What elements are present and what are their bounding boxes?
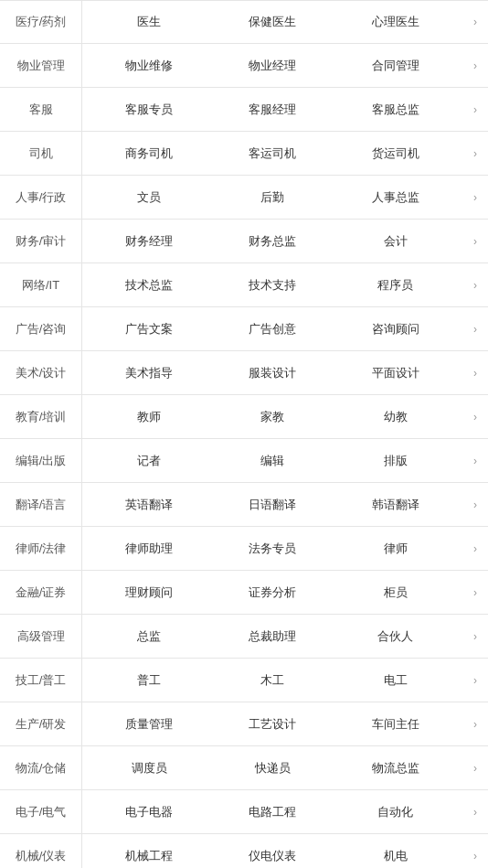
table-row[interactable]: 机械/仪表机械工程仪电仪表机电›	[0, 834, 488, 868]
item-label: 家教	[211, 409, 334, 425]
category-label: 医疗/药剂	[0, 1, 82, 43]
item-label: 人事总监	[334, 189, 457, 206]
chevron-right-icon[interactable]: ›	[462, 132, 488, 175]
item-label: 医生	[88, 14, 211, 30]
table-row[interactable]: 翻译/语言英语翻译日语翻译韩语翻译›	[0, 483, 488, 527]
item-label: 幼教	[334, 409, 457, 425]
category-label: 客服	[0, 88, 82, 131]
category-label: 司机	[0, 132, 82, 175]
item-label: 排版	[334, 453, 457, 469]
table-row[interactable]: 财务/审计财务经理财务总监会计›	[0, 220, 488, 263]
item-label: 后勤	[211, 189, 334, 206]
items-container: 客服专员客服经理客服总监	[82, 88, 462, 131]
item-label: 合伙人	[334, 628, 457, 645]
item-label: 调度员	[88, 760, 211, 777]
item-label: 广告文案	[88, 321, 211, 338]
item-label: 合同管理	[334, 58, 457, 74]
category-label: 物流/仓储	[0, 746, 82, 789]
table-row[interactable]: 网络/IT技术总监技术支持程序员›	[0, 263, 488, 307]
item-label: 记者	[88, 453, 211, 469]
table-row[interactable]: 高级管理总监总裁助理合伙人›	[0, 615, 488, 659]
items-container: 商务司机客运司机货运司机	[82, 132, 462, 175]
chevron-right-icon[interactable]: ›	[462, 615, 488, 658]
category-label: 财务/审计	[0, 220, 82, 263]
item-label: 律师助理	[88, 541, 211, 557]
chevron-right-icon[interactable]: ›	[462, 483, 488, 526]
item-label: 客服经理	[211, 102, 334, 118]
category-label: 电子/电气	[0, 790, 82, 833]
table-row[interactable]: 教育/培训教师家教幼教›	[0, 395, 488, 439]
item-label: 日语翻译	[211, 497, 334, 513]
items-container: 总监总裁助理合伙人	[82, 615, 462, 658]
table-row[interactable]: 人事/行政文员后勤人事总监›	[0, 176, 488, 220]
chevron-right-icon[interactable]: ›	[462, 307, 488, 350]
item-label: 木工	[211, 672, 334, 689]
chevron-right-icon[interactable]: ›	[462, 790, 488, 833]
category-label: 律师/法律	[0, 527, 82, 570]
category-label: 机械/仪表	[0, 834, 82, 868]
table-row[interactable]: 技工/普工普工木工电工›	[0, 659, 488, 702]
item-label: 会计	[334, 233, 457, 250]
table-row[interactable]: 电子/电气电子电器电路工程自动化›	[0, 790, 488, 834]
items-container: 质量管理工艺设计车间主任	[82, 702, 462, 745]
items-container: 医生保健医生心理医生	[82, 1, 462, 43]
item-label: 机电	[334, 848, 457, 864]
items-container: 理财顾问证券分析柜员	[82, 571, 462, 614]
item-label: 心理医生	[334, 14, 457, 30]
chevron-right-icon[interactable]: ›	[462, 176, 488, 219]
chevron-right-icon[interactable]: ›	[462, 702, 488, 745]
item-label: 保健医生	[211, 14, 334, 30]
item-label: 商务司机	[88, 145, 211, 162]
item-label: 客服总监	[334, 102, 457, 118]
items-container: 记者编辑排版	[82, 439, 462, 482]
chevron-right-icon[interactable]: ›	[462, 834, 488, 868]
item-label: 技术支持	[211, 277, 334, 294]
table-row[interactable]: 美术/设计美术指导服装设计平面设计›	[0, 351, 488, 395]
item-label: 物业经理	[211, 58, 334, 74]
chevron-right-icon[interactable]: ›	[462, 659, 488, 702]
items-container: 教师家教幼教	[82, 395, 462, 438]
item-label: 物流总监	[334, 760, 457, 777]
chevron-right-icon[interactable]: ›	[462, 263, 488, 306]
category-label: 网络/IT	[0, 263, 82, 306]
items-container: 调度员快递员物流总监	[82, 746, 462, 789]
table-row[interactable]: 律师/法律律师助理法务专员律师›	[0, 527, 488, 571]
category-table: 医疗/药剂医生保健医生心理医生›物业管理物业维修物业经理合同管理›客服客服专员客…	[0, 0, 488, 868]
item-label: 韩语翻译	[334, 497, 457, 513]
category-label: 教育/培训	[0, 395, 82, 438]
table-row[interactable]: 生产/研发质量管理工艺设计车间主任›	[0, 702, 488, 746]
category-label: 技工/普工	[0, 659, 82, 702]
item-label: 教师	[88, 409, 211, 425]
table-row[interactable]: 客服客服专员客服经理客服总监›	[0, 88, 488, 132]
table-row[interactable]: 金融/证券理财顾问证券分析柜员›	[0, 571, 488, 615]
chevron-right-icon[interactable]: ›	[462, 88, 488, 131]
item-label: 英语翻译	[88, 497, 211, 513]
table-row[interactable]: 司机商务司机客运司机货运司机›	[0, 132, 488, 176]
item-label: 普工	[88, 672, 211, 689]
chevron-right-icon[interactable]: ›	[462, 1, 488, 43]
item-label: 机械工程	[88, 848, 211, 864]
chevron-right-icon[interactable]: ›	[462, 351, 488, 394]
category-label: 美术/设计	[0, 351, 82, 394]
chevron-right-icon[interactable]: ›	[462, 746, 488, 789]
chevron-right-icon[interactable]: ›	[462, 395, 488, 438]
chevron-right-icon[interactable]: ›	[462, 439, 488, 482]
chevron-right-icon[interactable]: ›	[462, 527, 488, 570]
chevron-right-icon[interactable]: ›	[462, 44, 488, 87]
chevron-right-icon[interactable]: ›	[462, 571, 488, 614]
item-label: 总裁助理	[211, 628, 334, 645]
item-label: 律师	[334, 541, 457, 557]
item-label: 文员	[88, 189, 211, 206]
item-label: 物业维修	[88, 58, 211, 74]
table-row[interactable]: 广告/咨询广告文案广告创意咨询顾问›	[0, 307, 488, 351]
chevron-right-icon[interactable]: ›	[462, 220, 488, 263]
table-row[interactable]: 物流/仓储调度员快递员物流总监›	[0, 746, 488, 790]
items-container: 广告文案广告创意咨询顾问	[82, 307, 462, 350]
table-row[interactable]: 医疗/药剂医生保健医生心理医生›	[0, 0, 488, 44]
table-row[interactable]: 编辑/出版记者编辑排版›	[0, 439, 488, 483]
item-label: 平面设计	[334, 365, 457, 381]
table-row[interactable]: 物业管理物业维修物业经理合同管理›	[0, 44, 488, 88]
item-label: 广告创意	[211, 321, 334, 338]
item-label: 快递员	[211, 760, 334, 777]
category-label: 翻译/语言	[0, 483, 82, 526]
